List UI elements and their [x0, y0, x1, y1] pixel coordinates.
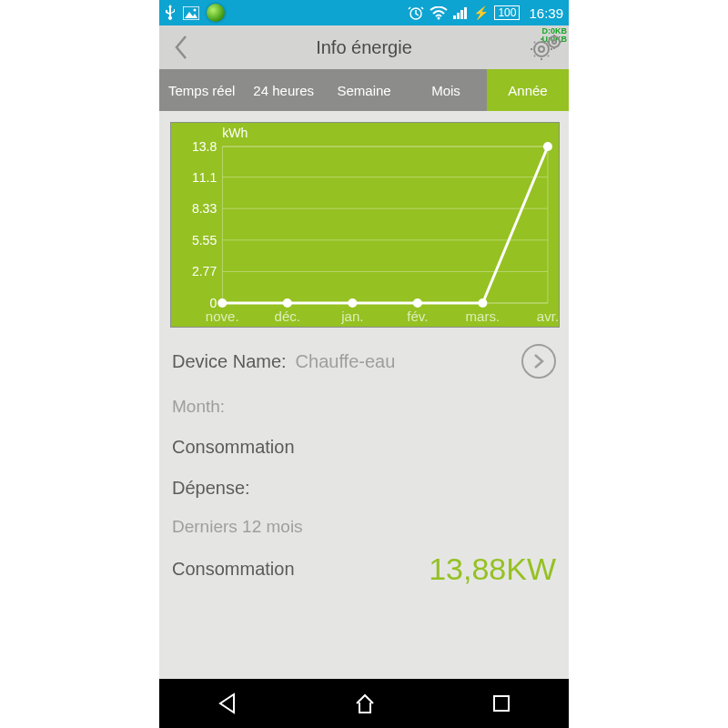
wifi-icon — [430, 6, 448, 20]
svg-point-12 — [552, 40, 556, 44]
charging-icon: ⚡ — [473, 5, 489, 20]
nav-home-button[interactable] — [353, 692, 377, 715]
svg-text:kWh: kWh — [222, 126, 248, 140]
picture-icon — [183, 6, 199, 20]
svg-point-11 — [549, 36, 560, 47]
svg-point-32 — [543, 142, 552, 151]
svg-point-28 — [283, 298, 292, 308]
svg-text:fév.: fév. — [407, 308, 428, 324]
svg-rect-5 — [453, 15, 456, 19]
svg-text:5.55: 5.55 — [192, 233, 217, 248]
svg-point-2 — [194, 8, 197, 11]
usb-icon — [165, 5, 176, 21]
svg-rect-6 — [457, 13, 460, 19]
time-range-tabs: Temps réel 24 heures Semaine Mois Année — [159, 69, 569, 111]
gear-icon — [529, 31, 565, 64]
month-label: Month: — [172, 397, 556, 417]
svg-text:avr.: avr. — [537, 308, 559, 324]
svg-rect-8 — [464, 7, 467, 19]
battery-level: 100 — [494, 5, 520, 20]
device-row[interactable]: Device Name: Chauffe-eau — [172, 344, 556, 379]
consumption-heading: Consommation — [172, 437, 295, 458]
svg-text:13.8: 13.8 — [192, 139, 217, 154]
chart-container: kWh02.775.558.3311.113.8nove.déc.jan.fév… — [159, 111, 569, 339]
svg-text:mars.: mars. — [466, 308, 500, 324]
chevron-right-icon — [533, 353, 544, 369]
tab-24h[interactable]: 24 heures — [244, 69, 323, 111]
svg-point-29 — [348, 298, 357, 308]
svg-point-31 — [478, 298, 487, 308]
phone-frame: ⚡ 100 16:39 Info énergie D:0KB U:0KB — [159, 0, 569, 728]
svg-text:8.33: 8.33 — [192, 201, 217, 216]
last12-label: Derniers 12 mois — [172, 517, 556, 537]
nav-recent-button[interactable] — [490, 693, 512, 714]
page-title: Info énergie — [159, 37, 569, 58]
android-navbar — [159, 679, 569, 728]
svg-point-9 — [534, 42, 549, 56]
energy-chart[interactable]: kWh02.775.558.3311.113.8nove.déc.jan.fév… — [170, 122, 560, 328]
nav-back-button[interactable] — [216, 692, 239, 715]
device-name-value: Chauffe-eau — [296, 351, 396, 372]
svg-point-4 — [438, 16, 440, 19]
alarm-icon — [408, 5, 424, 20]
status-bar: ⚡ 100 16:39 — [159, 0, 569, 25]
expense-heading: Dépense: — [172, 478, 250, 499]
svg-point-10 — [539, 46, 544, 52]
svg-text:nove.: nove. — [206, 308, 239, 324]
svg-text:11.1: 11.1 — [192, 170, 217, 185]
svg-point-27 — [217, 298, 227, 308]
tab-week[interactable]: Semaine — [323, 69, 405, 111]
app-header: Info énergie D:0KB U:0KB — [159, 25, 569, 69]
device-detail-button[interactable] — [521, 344, 556, 379]
svg-point-30 — [413, 298, 422, 308]
clock: 16:39 — [529, 5, 563, 21]
svg-rect-7 — [460, 10, 463, 19]
total-consumption-value: 13,88KW — [429, 551, 556, 587]
tab-year[interactable]: Année — [487, 69, 569, 111]
svg-rect-26 — [222, 147, 548, 303]
info-panel: Device Name: Chauffe-eau Month: Consomma… — [159, 339, 569, 587]
svg-text:déc.: déc. — [275, 308, 300, 324]
svg-text:2.77: 2.77 — [192, 265, 217, 279]
svg-marker-1 — [185, 12, 197, 18]
globe-icon — [207, 4, 225, 22]
svg-rect-39 — [494, 696, 509, 711]
settings-button[interactable] — [529, 25, 565, 69]
signal-icon — [453, 6, 468, 19]
tab-realtime[interactable]: Temps réel — [159, 69, 244, 111]
svg-text:jan.: jan. — [340, 308, 363, 324]
total-consumption-label: Consommation — [172, 559, 295, 580]
device-name-label: Device Name: — [172, 351, 287, 372]
tab-month[interactable]: Mois — [405, 69, 487, 111]
